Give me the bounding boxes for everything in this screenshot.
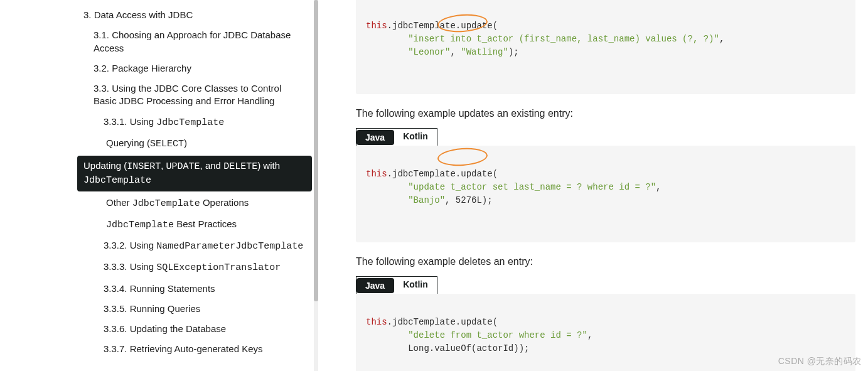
tab-kotlin[interactable]: Kotlin bbox=[394, 277, 437, 294]
toc-link-7[interactable]: Other JdbcTemplate Operations bbox=[100, 193, 312, 214]
toc-link-13[interactable]: 3.3.6. Updating the Database bbox=[97, 319, 312, 339]
toc-link-11[interactable]: 3.3.4. Running Statements bbox=[97, 279, 312, 299]
sidebar-scrollbar[interactable] bbox=[314, 0, 318, 371]
paragraph-update-desc: The following example updates an existin… bbox=[356, 108, 855, 119]
toc-link-0[interactable]: 3. Data Access with JDBC bbox=[77, 5, 312, 25]
code-block-insert: this.jdbcTemplate.update( "insert into t… bbox=[356, 0, 855, 94]
code-tabs-delete: Java Kotlin bbox=[356, 276, 437, 294]
paragraph-delete-desc: The following example deletes an entry: bbox=[356, 256, 855, 267]
toc-link-12[interactable]: 3.3.5. Running Queries bbox=[97, 299, 312, 319]
toc-link-4[interactable]: 3.3.1. Using JdbcTemplate bbox=[97, 112, 312, 133]
toc-link-8[interactable]: JdbcTemplate Best Practices bbox=[100, 214, 312, 235]
scrollbar-thumb[interactable] bbox=[314, 0, 318, 301]
code-tabs-update: Java Kotlin bbox=[356, 128, 437, 146]
sidebar-toc: 3. Data Access with JDBC3.1. Choosing an… bbox=[0, 0, 318, 371]
tab-java[interactable]: Java bbox=[356, 278, 394, 293]
toc-link-9[interactable]: 3.3.2. Using NamedParameterJdbcTemplate bbox=[97, 235, 312, 257]
tab-kotlin[interactable]: Kotlin bbox=[394, 129, 437, 146]
toc-link-10[interactable]: 3.3.3. Using SQLExceptionTranslator bbox=[97, 257, 312, 278]
tab-java[interactable]: Java bbox=[356, 130, 394, 145]
toc-link-6[interactable]: Updating (INSERT, UPDATE, and DELETE) wi… bbox=[77, 156, 312, 191]
main-content: this.jdbcTemplate.update( "insert into t… bbox=[356, 0, 855, 371]
toc-link-3[interactable]: 3.3. Using the JDBC Core Classes to Cont… bbox=[87, 78, 312, 112]
code-block-update: this.jdbcTemplate.update( "update t_acto… bbox=[356, 146, 855, 242]
annotation-circle bbox=[437, 146, 488, 168]
toc-link-5[interactable]: Querying (SELECT) bbox=[100, 133, 312, 154]
watermark: CSDN @无奈的码农 bbox=[778, 356, 862, 367]
toc-link-1[interactable]: 3.1. Choosing an Approach for JDBC Datab… bbox=[87, 25, 312, 58]
toc-link-14[interactable]: 3.3.7. Retrieving Auto-generated Keys bbox=[97, 339, 312, 359]
toc-link-2[interactable]: 3.2. Package Hierarchy bbox=[87, 58, 312, 78]
